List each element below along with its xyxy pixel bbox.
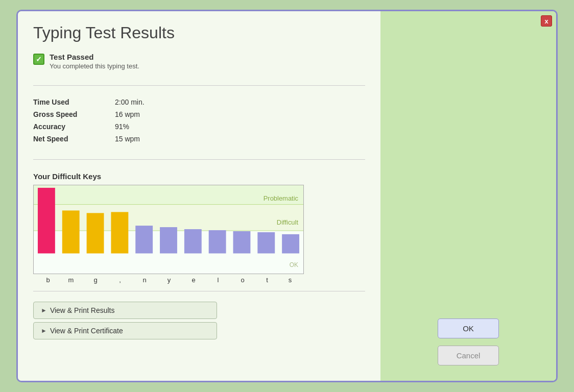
key-label-y: y: [157, 276, 181, 284]
key-label-comma: ,: [108, 276, 132, 284]
stat-row-time: Time Used 2:00 min.: [33, 98, 365, 106]
stat-row-net: Net Speed 15 wpm: [33, 135, 365, 143]
svg-rect-13: [160, 227, 177, 253]
status-subtitle: You completed this typing test.: [50, 62, 139, 70]
svg-text:OK: OK: [290, 261, 298, 268]
svg-rect-16: [233, 231, 251, 253]
key-label-b: b: [37, 276, 59, 284]
view-print-certificate-label: View & Print Certificate: [50, 327, 123, 335]
stat-row-gross: Gross Speed 16 wpm: [33, 110, 365, 118]
cancel-button[interactable]: Cancel: [438, 346, 499, 365]
key-label-o: o: [230, 276, 255, 284]
key-label-s: s: [279, 276, 301, 284]
dialog-title: Typing Test Results: [33, 23, 365, 42]
close-button[interactable]: x: [541, 15, 552, 27]
svg-rect-8: [38, 188, 55, 254]
key-label-e: e: [181, 276, 206, 284]
svg-text:Difficult: Difficult: [277, 218, 299, 226]
passed-checkbox-icon: [33, 54, 44, 65]
key-label-l: l: [206, 276, 230, 284]
divider-3: [33, 291, 365, 291]
stat-value-time: 2:00 min.: [115, 98, 145, 106]
chart-svg: Problematic Difficult OK: [34, 185, 303, 274]
view-print-results-btn[interactable]: ► View & Print Results: [33, 302, 217, 319]
svg-rect-14: [184, 229, 202, 253]
svg-rect-17: [257, 232, 275, 254]
svg-rect-12: [135, 226, 153, 253]
view-print-certificate-btn[interactable]: ► View & Print Certificate: [33, 322, 217, 339]
difficult-keys-section: Your Difficult Keys Problematic Difficul…: [33, 167, 365, 284]
svg-rect-10: [87, 213, 104, 253]
right-panel: OK Cancel: [380, 11, 556, 381]
arrow-icon-results: ►: [41, 307, 47, 314]
stat-row-accuracy: Accuracy 91%: [33, 122, 365, 131]
status-title: Test Passed: [50, 53, 139, 61]
stat-label-net: Net Speed: [33, 135, 115, 143]
stat-label-accuracy: Accuracy: [33, 122, 115, 131]
stats-table: Time Used 2:00 min. Gross Speed 16 wpm A…: [33, 98, 365, 147]
svg-rect-11: [111, 212, 128, 253]
difficult-keys-chart: Problematic Difficult OK: [33, 185, 304, 274]
stat-value-gross: 16 wpm: [115, 110, 140, 118]
status-row: Test Passed You completed this typing te…: [33, 53, 365, 70]
left-panel: Typing Test Results Test Passed You comp…: [18, 11, 380, 381]
key-label-t: t: [255, 276, 279, 284]
key-label-m: m: [59, 276, 83, 284]
status-text: Test Passed You completed this typing te…: [50, 53, 139, 70]
difficult-keys-title: Your Difficult Keys: [33, 172, 365, 181]
stat-value-net: 15 wpm: [115, 135, 140, 143]
divider-1: [33, 85, 365, 86]
view-print-results-label: View & Print Results: [50, 306, 115, 314]
svg-rect-15: [209, 230, 226, 253]
stat-label-gross: Gross Speed: [33, 110, 115, 118]
svg-rect-9: [62, 210, 80, 253]
stat-label-time: Time Used: [33, 98, 115, 106]
chart-x-labels: b m g , n y e l o t s: [33, 276, 365, 284]
typing-test-results-dialog: x Typing Test Results Test Passed You co…: [16, 10, 558, 382]
stat-value-accuracy: 91%: [115, 122, 129, 131]
ok-button[interactable]: OK: [438, 318, 499, 338]
svg-rect-18: [282, 234, 299, 254]
divider-2: [33, 159, 365, 160]
key-label-g: g: [83, 276, 108, 284]
arrow-icon-cert: ►: [41, 327, 47, 334]
svg-text:Problematic: Problematic: [264, 194, 299, 202]
key-label-n: n: [132, 276, 157, 284]
